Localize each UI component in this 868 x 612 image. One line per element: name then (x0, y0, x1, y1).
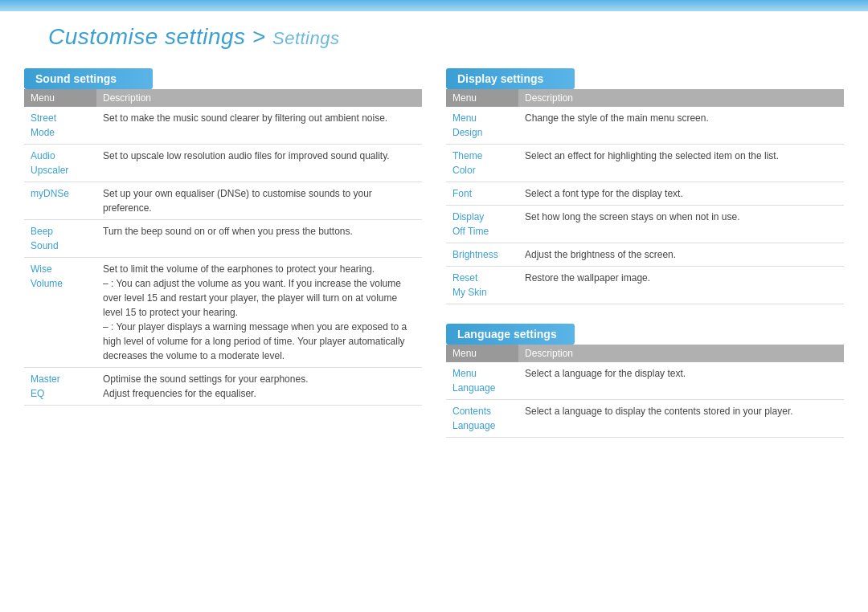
description-item: Set to limit the volume of the earphones… (96, 258, 422, 368)
language-settings-table: Menu Description MenuLanguageSelect a la… (446, 345, 844, 438)
language-col-description: Description (518, 345, 844, 362)
table-row: DisplayOff TimeSet how long the screen s… (446, 206, 844, 243)
description-item: Turn the beep sound on or off when you p… (96, 220, 422, 258)
table-row: MenuDesignChange the style of the main m… (446, 107, 844, 145)
right-column: Display settings Menu Description MenuDe… (446, 68, 844, 596)
menu-item: MasterEQ (24, 368, 96, 406)
table-row: FontSelect a font type for the display t… (446, 182, 844, 206)
header-subtitle: Settings (272, 28, 340, 48)
sound-col-description: Description (96, 89, 422, 107)
menu-item: WiseVolume (24, 258, 96, 368)
language-settings-header: Language settings (446, 324, 575, 345)
table-row: BeepSoundTurn the beep sound on or off w… (24, 220, 422, 258)
menu-item: MenuDesign (446, 107, 518, 145)
description-item: Change the style of the main menu screen… (518, 107, 844, 145)
main-title: Customise settings (48, 24, 246, 49)
menu-item: AudioUpscaler (24, 145, 96, 182)
top-bar (0, 0, 868, 11)
table-row: ThemeColorSelect an effect for highlight… (446, 145, 844, 182)
header-title: Customise settings > Settings (48, 24, 339, 50)
language-settings-section: Language settings Menu Description MenuL… (446, 324, 844, 438)
display-settings-table: Menu Description MenuDesignChange the st… (446, 89, 844, 304)
table-row: StreetModeSet to make the music sound cl… (24, 107, 422, 145)
sound-settings-table: Menu Description StreetModeSet to make t… (24, 89, 422, 406)
table-row: myDNSeSet up your own equaliser (DNSe) t… (24, 182, 422, 220)
menu-item: DisplayOff Time (446, 206, 518, 243)
table-row: ContentsLanguageSelect a language to dis… (446, 400, 844, 438)
description-item: Adjust the brightness of the screen. (518, 243, 844, 267)
menu-item: BeepSound (24, 220, 96, 258)
description-item: Optimise the sound settings for your ear… (96, 368, 422, 406)
table-row: ResetMy SkinRestore the wallpaper image. (446, 267, 844, 304)
display-settings-header: Display settings (446, 68, 575, 89)
menu-item: ThemeColor (446, 145, 518, 182)
header-separator: > (252, 24, 272, 49)
table-row: WiseVolumeSet to limit the volume of the… (24, 258, 422, 368)
description-item: Set how long the screen stays on when no… (518, 206, 844, 243)
menu-item: ContentsLanguage (446, 400, 518, 438)
sound-settings-header: Sound settings (24, 68, 153, 89)
display-settings-section: Display settings Menu Description MenuDe… (446, 68, 844, 304)
menu-item: ResetMy Skin (446, 267, 518, 304)
sound-col-menu: Menu (24, 89, 96, 107)
menu-item: myDNSe (24, 182, 96, 220)
menu-item: StreetMode (24, 107, 96, 145)
language-col-menu: Menu (446, 345, 518, 362)
table-row: AudioUpscalerSet to upscale low resoluti… (24, 145, 422, 182)
description-item: Set up your own equaliser (DNSe) to cust… (96, 182, 422, 220)
sound-settings-section: Sound settings Menu Description StreetMo… (24, 68, 422, 406)
left-column: Sound settings Menu Description StreetMo… (24, 68, 422, 596)
description-item: Select an effect for highlighting the se… (518, 145, 844, 182)
menu-item: Brightness (446, 243, 518, 267)
menu-item: Font (446, 182, 518, 206)
description-item: Restore the wallpaper image. (518, 267, 844, 304)
table-row: BrightnessAdjust the brightness of the s… (446, 243, 844, 267)
main-content: Sound settings Menu Description StreetMo… (24, 68, 844, 596)
description-item: Set to make the music sound clearer by f… (96, 107, 422, 145)
display-col-description: Description (518, 89, 844, 107)
table-row: MenuLanguageSelect a language for the di… (446, 362, 844, 400)
description-item: Select a language to display the content… (518, 400, 844, 438)
description-item: Set to upscale low resolution audio file… (96, 145, 422, 182)
table-row: MasterEQOptimise the sound settings for … (24, 368, 422, 406)
description-item: Select a language for the display text. (518, 362, 844, 400)
display-col-menu: Menu (446, 89, 518, 107)
header: Customise settings > Settings (0, 11, 868, 63)
menu-item: MenuLanguage (446, 362, 518, 400)
description-item: Select a font type for the display text. (518, 182, 844, 206)
